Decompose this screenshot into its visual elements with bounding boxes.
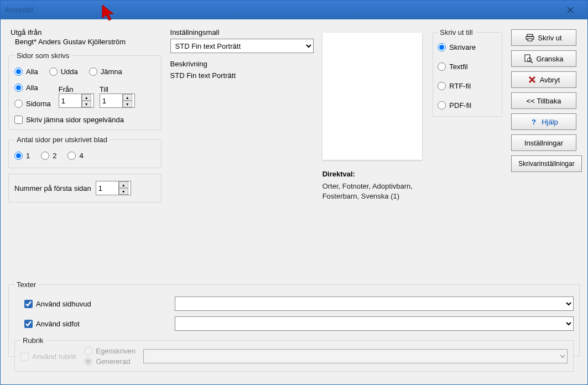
radio-pages-even[interactable]: Jämna <box>89 67 122 76</box>
radio-range-all[interactable]: Alla <box>14 84 51 92</box>
rubrik-checkbox[interactable]: Använd rubrik <box>20 352 76 361</box>
close-button[interactable] <box>558 3 583 17</box>
radio-out-printer[interactable]: Skrivare <box>438 43 497 51</box>
print-button[interactable]: Skriv ut <box>511 29 576 46</box>
titlebar: Ansedel <box>1 1 587 19</box>
pages-legend: Sidor som skrivs <box>14 51 71 60</box>
output-group: Skriv ut till Skrivare Textfil RTF-fil P… <box>433 28 502 117</box>
spin-down-icon[interactable]: ▼ <box>119 188 128 195</box>
per-sheet-legend: Antal sidor per utskrivet blad <box>14 136 110 144</box>
preview-button[interactable]: Granska <box>511 50 576 67</box>
radio-out-pdf[interactable]: PDF-fil <box>438 101 497 110</box>
buttons-column: Skriv ut Granska Avbryt << Tillbaka <box>511 25 580 256</box>
footer-checkbox[interactable]: Använd sidfot <box>24 320 80 328</box>
radio-range-sidorna[interactable]: Sidorna <box>14 100 51 108</box>
svg-rect-0 <box>527 34 533 37</box>
first-page-input[interactable] <box>96 183 118 194</box>
radio-out-rtf[interactable]: RTF-fil <box>438 82 497 90</box>
svg-rect-2 <box>528 39 532 41</box>
output-column: Skriv ut till Skrivare Textfil RTF-fil P… <box>433 25 502 256</box>
mirror-checkbox[interactable]: Skriv jämna sidor spegelvända <box>14 116 155 124</box>
window-title: Ansedel <box>5 6 33 14</box>
from-label: Utgå ifrån <box>11 28 162 37</box>
rubrik-legend: Rubrik <box>20 336 46 345</box>
direktval-text: Orter, Fotnoter, Adoptivbarn, Fosterbarn… <box>322 182 413 200</box>
radio-persheet-4[interactable]: 4 <box>67 152 83 160</box>
cancel-button[interactable]: Avbryt <box>511 71 576 88</box>
cancel-icon <box>528 75 537 84</box>
from-group: Utgå ifrån Bengt* Anders Gustav Kjöllers… <box>8 25 162 46</box>
from-value: Bengt* Anders Gustav Kjöllerström <box>11 37 162 46</box>
per-sheet-group: Antal sidor per utskrivet blad 1 2 4 <box>8 136 162 168</box>
spin-down-icon[interactable]: ▼ <box>82 101 91 107</box>
printer-icon <box>525 33 534 42</box>
radio-rubrik-own[interactable]: Egenskriven <box>84 347 136 355</box>
from-page-input[interactable] <box>59 96 81 106</box>
to-page-spinner[interactable]: ▲▼ <box>100 93 135 108</box>
template-label: Inställningsmall <box>170 28 220 37</box>
from-page-spinner[interactable]: ▲▼ <box>59 93 94 108</box>
magnifier-icon <box>524 54 533 63</box>
output-legend: Skriv ut till <box>438 28 475 37</box>
direktval-group: Direktval: Orter, Fotnoter, Adoptivbarn,… <box>322 170 424 201</box>
footer-select[interactable] <box>175 316 574 331</box>
radio-pages-all[interactable]: Alla <box>14 67 38 76</box>
to-page-input[interactable] <box>100 96 122 106</box>
back-button[interactable]: << Tillbaka <box>511 92 576 109</box>
settings-button[interactable]: Inställningar <box>511 134 576 151</box>
radio-pages-odd[interactable]: Udda <box>49 67 78 76</box>
direktval-label: Direktval: <box>322 170 424 178</box>
preview-column: Direktval: Orter, Fotnoter, Adoptivbarn,… <box>322 25 424 256</box>
texter-group: Texter Använd sidhuvud Använd sidfot <box>8 280 580 357</box>
from-page-label: Från <box>59 85 94 93</box>
description-label: Beskrivning <box>170 60 314 68</box>
header-checkbox[interactable]: Använd sidhuvud <box>24 300 91 308</box>
header-select[interactable] <box>175 296 574 311</box>
template-column: Inställningsmall STD Fin text Porträtt B… <box>170 25 314 256</box>
rubrik-select <box>143 349 568 363</box>
rubrik-group: Rubrik Använd rubrik Egenskriven Generer… <box>14 336 574 372</box>
first-page-group: Nummer på första sidan ▲▼ <box>8 174 162 202</box>
description-value: STD Fin text Porträtt <box>170 71 314 80</box>
radio-out-textfile[interactable]: Textfil <box>438 63 497 71</box>
preview-pane <box>322 33 422 160</box>
first-page-label: Nummer på första sidan <box>14 184 91 192</box>
left-column: Utgå ifrån Bengt* Anders Gustav Kjöllers… <box>8 25 162 256</box>
radio-persheet-2[interactable]: 2 <box>41 152 56 160</box>
texter-legend: Texter <box>14 280 38 289</box>
template-select[interactable]: STD Fin text Porträtt <box>170 39 314 53</box>
help-icon: ? <box>529 117 538 126</box>
to-page-label: Till <box>100 85 135 93</box>
radio-rubrik-gen[interactable]: Genererad <box>84 357 136 366</box>
svg-text:?: ? <box>532 118 536 126</box>
help-button[interactable]: ? Hjälp <box>511 113 576 130</box>
printer-settings-button[interactable]: Skrivarinställningar <box>511 155 582 172</box>
print-dialog-window: Ansedel Utgå ifrån Bengt* Anders Gustav … <box>0 0 588 385</box>
radio-persheet-1[interactable]: 1 <box>14 152 30 160</box>
spin-up-icon[interactable]: ▲ <box>119 181 128 188</box>
spin-up-icon[interactable]: ▲ <box>123 94 132 101</box>
spin-down-icon[interactable]: ▼ <box>123 101 132 107</box>
pages-group: Sidor som skrivs Alla Udda Jämna Alla Si… <box>8 51 162 130</box>
spin-up-icon[interactable]: ▲ <box>82 94 91 101</box>
first-page-spinner[interactable]: ▲▼ <box>96 181 131 195</box>
close-icon <box>567 7 574 13</box>
